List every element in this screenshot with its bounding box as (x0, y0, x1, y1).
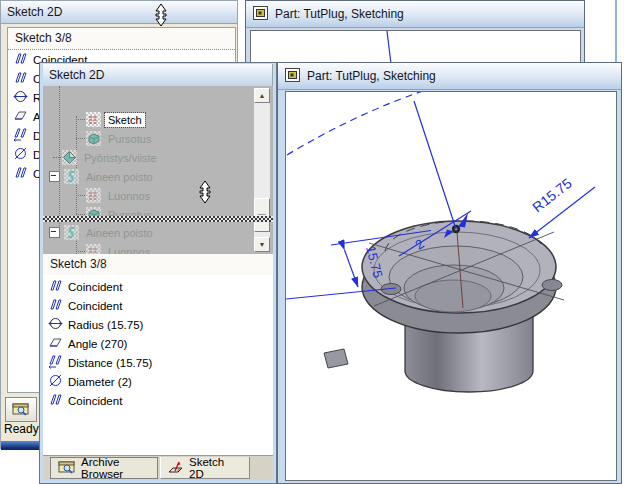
model-canvas[interactable]: 15.75 2 R15.75 (285, 91, 617, 481)
tree-item-aineen-poisto[interactable]: Aineen poisto (43, 167, 261, 186)
panel-tab-strip: Archive Browser Sketch 2D (43, 455, 273, 480)
scroll-up-button[interactable]: ▲ (254, 88, 270, 103)
constraint-row[interactable]: Distance (15.75) (43, 353, 273, 372)
radius-icon (48, 316, 63, 333)
coincident-icon (48, 297, 63, 314)
explorer-title: Sketch 2D (49, 68, 104, 82)
scroll-thumb[interactable] (254, 198, 270, 232)
tree-scrollbar[interactable]: ▲ ▼ (254, 88, 270, 252)
radius-dimension-label[interactable]: R15.75 (529, 175, 575, 216)
front-window-title: Part: TutPlug, Sketching (307, 69, 436, 83)
tab-label: Sketch 2D (189, 456, 242, 480)
sketch-2d-tab-icon (168, 460, 184, 476)
constraint-list: Coincident Coincident Radius (15.75) Ang… (43, 275, 273, 455)
constraint-label: Coincident (68, 281, 122, 293)
design-tree: Sketch Pursotus Pyöristys/viiste Aineen … (43, 86, 273, 255)
front-window-titlebar[interactable]: Part: TutPlug, Sketching (278, 63, 621, 90)
explorer-panel: Sketch 2D Sketch Pursotus Pyöristys/viis… (39, 62, 277, 484)
tree-item-luonnos[interactable]: Luonnos (43, 186, 273, 205)
angle-icon (48, 335, 63, 352)
constraint-label: Distance (15.75) (68, 357, 152, 369)
archive-browser-tab-partial[interactable] (5, 397, 37, 422)
sketch-group-header: Sketch 3/8 (43, 254, 273, 276)
radius-icon (13, 89, 28, 106)
archive-browser-icon (58, 460, 76, 476)
tree-item-pyoristys[interactable]: Pyöristys/viiste (43, 148, 273, 167)
diameter-icon (48, 373, 63, 390)
archive-browser-icon (12, 402, 30, 418)
constraint-label: Radius (15.75) (68, 319, 143, 331)
tab-sketch-2d[interactable]: Sketch 2D (160, 457, 250, 479)
constraints-panel-titlebar[interactable]: Sketch 2D (1, 1, 237, 24)
constraint-label: Angle (270) (68, 338, 127, 350)
distance-icon (13, 127, 28, 144)
scroll-down-button[interactable]: ▼ (254, 237, 270, 252)
window-edge (615, 0, 617, 62)
tree-item-aineen-poisto[interactable]: Aineen poisto (43, 223, 261, 242)
coincident-icon (13, 70, 28, 87)
back-window-titlebar[interactable]: Part: TutPlug, Sketching (246, 1, 584, 28)
coincident-icon (13, 51, 28, 68)
constraint-row[interactable]: Radius (15.75) (43, 315, 273, 334)
cut-icon (64, 225, 79, 240)
coincident-icon (48, 392, 63, 409)
sketch-icon (86, 188, 101, 203)
distance-icon (48, 354, 63, 371)
constraint-row[interactable]: Diameter (2) (43, 372, 273, 391)
coincident-icon (48, 278, 63, 295)
front-part-window: Part: TutPlug, Sketching (277, 62, 622, 484)
part-icon (285, 68, 300, 85)
constraint-label: Diameter (2) (68, 376, 132, 388)
constraint-row[interactable]: Coincident (43, 296, 273, 315)
collapse-expander[interactable] (49, 171, 60, 182)
cut-icon (64, 169, 79, 184)
collapse-expander[interactable] (49, 227, 60, 238)
resize-cursor-icon (153, 3, 169, 31)
constraint-label: Coincident (68, 300, 122, 312)
explorer-titlebar[interactable]: Sketch 2D (43, 64, 272, 87)
model-drawing: 15.75 2 R15.75 (286, 92, 616, 480)
tree-item-pursotus[interactable]: Pursotus (43, 129, 273, 148)
constraint-row[interactable]: Angle (270) (43, 334, 273, 353)
constraint-row[interactable]: Coincident (43, 277, 273, 296)
part-icon (253, 6, 268, 23)
constraint-label: Coincident (68, 395, 122, 407)
tree-item-sketch[interactable]: Sketch (43, 110, 273, 129)
tab-archive-browser[interactable]: Archive Browser (50, 457, 158, 479)
tab-label: Archive Browser (81, 456, 150, 480)
status-ready: Ready (4, 422, 39, 436)
resize-cursor-icon (197, 180, 213, 208)
angle-icon (13, 108, 28, 125)
fillet-icon (62, 150, 77, 165)
back-window-title: Part: TutPlug, Sketching (275, 7, 404, 21)
diameter-icon (13, 146, 28, 163)
constraint-row[interactable]: Coincident (43, 391, 273, 410)
extrude-icon (86, 131, 101, 146)
coincident-icon (13, 165, 28, 182)
constraints-panel-title: Sketch 2D (7, 5, 62, 19)
model-3d (324, 221, 564, 392)
tree-splitter[interactable] (43, 216, 273, 222)
sketch-icon (86, 112, 101, 127)
sketch-group-header: Sketch 3/8 (8, 28, 235, 50)
